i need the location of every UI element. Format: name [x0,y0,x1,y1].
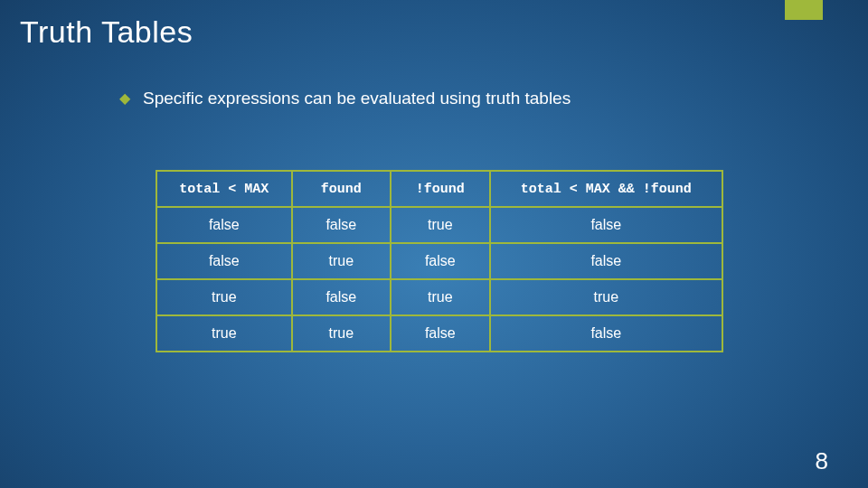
table-cell: false [490,315,722,352]
table-cell: true [391,207,490,243]
table-cell: true [391,279,490,315]
table-cell: true [156,279,292,315]
truth-table: total < MAX found !found total < MAX && … [156,170,723,352]
page-number: 8 [816,447,828,475]
table-cell: false [292,279,391,315]
table-row: false true false false [156,243,722,279]
bullet-item: ◆ Specific expressions can be evaluated … [119,89,571,108]
table-row: true true false false [156,315,722,352]
table-header: !found [391,171,490,207]
bullet-text: Specific expressions can be evaluated us… [143,89,571,108]
table-cell: false [490,243,722,279]
table-cell: false [292,207,391,243]
table-header: total < MAX [156,171,292,207]
table-cell: false [391,315,490,352]
bullet-icon: ◆ [119,91,130,106]
table-header: total < MAX && !found [490,171,722,207]
table-cell: true [490,279,722,315]
table-cell: true [292,243,391,279]
table-header: found [292,171,391,207]
table-header-row: total < MAX found !found total < MAX && … [156,171,722,207]
table-cell: true [156,315,292,352]
accent-tab [785,0,823,20]
slide-title: Truth Tables [20,14,193,50]
table-cell: false [156,243,292,279]
table-row: false false true false [156,207,722,243]
table-cell: false [156,207,292,243]
table-row: true false true true [156,279,722,315]
table-cell: false [490,207,722,243]
table-cell: true [292,315,391,352]
table-cell: false [391,243,490,279]
